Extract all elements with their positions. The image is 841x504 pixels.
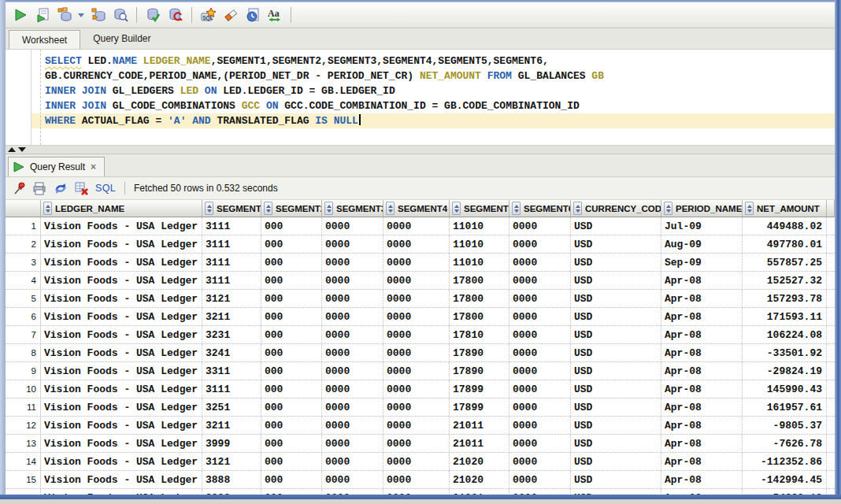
cell[interactable]: 11010 [450, 217, 509, 235]
cell[interactable]: USD [571, 453, 661, 470]
cell[interactable]: Apr-08 [661, 272, 743, 289]
cell[interactable]: 000 [261, 254, 322, 271]
cell[interactable]: 0000 [383, 272, 450, 289]
cell[interactable]: 0000 [383, 417, 450, 434]
cell[interactable]: Apr-08 [661, 326, 743, 343]
column-header-net_amount[interactable]: NET_AMOUNT [743, 200, 827, 217]
column-header-segment1[interactable]: SEGMENT1 [202, 200, 261, 217]
table-row[interactable]: 9Vision Foods - USA Ledger33110000000000… [6, 362, 835, 380]
cell[interactable]: 000 [261, 380, 322, 398]
cell[interactable]: 0000 [322, 308, 383, 325]
cell[interactable]: 0000 [509, 471, 571, 488]
cell[interactable]: Vision Foods - USA Ledger [41, 398, 202, 416]
cell[interactable]: 0000 [383, 489, 450, 495]
cell[interactable]: 145990.43 [743, 380, 827, 398]
cell[interactable]: Vision Foods - USA Ledger [41, 235, 202, 253]
cell[interactable]: 0000 [383, 362, 450, 380]
cell[interactable]: 17800 [450, 290, 509, 307]
cell[interactable]: Apr-08 [661, 308, 743, 325]
cell[interactable]: -9805.37 [743, 417, 827, 434]
cell[interactable]: 17890 [450, 362, 509, 380]
print-icon[interactable] [31, 181, 47, 195]
cell[interactable]: 0000 [322, 344, 383, 361]
cell[interactable]: 0000 [322, 417, 383, 434]
cell[interactable]: 0000 [383, 217, 450, 235]
cell[interactable]: 0000 [383, 254, 450, 271]
cell[interactable]: 0000 [509, 254, 571, 271]
cell[interactable]: 000 [261, 435, 322, 452]
cell[interactable]: 3311 [202, 362, 261, 380]
cell[interactable]: 21020 [450, 471, 509, 488]
cell[interactable]: 0000 [322, 380, 383, 398]
sql-tuning-advisor-button[interactable]: SQL [198, 6, 218, 25]
cell[interactable]: -7626.78 [743, 435, 827, 452]
cell[interactable]: 3251 [202, 398, 261, 416]
splitter-down-icon[interactable] [18, 147, 26, 152]
table-row[interactable]: 7Vision Foods - USA Ledger32310000000000… [6, 326, 835, 344]
cell[interactable]: 21011 [450, 435, 509, 452]
cell[interactable]: 3888 [202, 489, 261, 495]
row-number-cell[interactable]: 13 [6, 435, 41, 452]
explain-plan-button[interactable] [88, 6, 108, 25]
run-script-button[interactable] [32, 6, 52, 25]
cell[interactable]: 161957.61 [743, 398, 827, 416]
cell[interactable]: 000 [261, 398, 322, 416]
cell[interactable]: 0000 [383, 471, 450, 488]
cell[interactable]: Vision Foods - USA Ledger [41, 362, 202, 380]
cell[interactable]: 000 [261, 290, 322, 307]
cell[interactable]: 3121 [202, 453, 261, 470]
tab-worksheet[interactable]: Worksheet [9, 30, 80, 49]
cell[interactable]: 000 [261, 308, 322, 325]
cell[interactable]: 0000 [509, 489, 571, 495]
cell[interactable]: Vision Foods - USA Ledger [41, 217, 202, 235]
cell[interactable]: USD [571, 471, 661, 488]
cell[interactable]: 0000 [509, 272, 571, 289]
cell[interactable]: 0000 [509, 380, 571, 398]
cell[interactable]: 171593.11 [743, 308, 827, 325]
cell[interactable]: 0000 [509, 398, 571, 416]
cell[interactable]: Apr-08 [661, 453, 743, 470]
column-header-ledger_name[interactable]: LEDGER_NAME [41, 200, 202, 217]
cell[interactable]: Vision Foods - USA Ledger [41, 435, 202, 452]
tab-query-result[interactable]: Query Result × [8, 157, 105, 176]
cell[interactable]: 3121 [202, 290, 261, 307]
rollback-button[interactable] [165, 6, 185, 25]
cell[interactable]: 3211 [202, 417, 261, 434]
cell[interactable]: 3211 [202, 308, 261, 325]
cell[interactable]: Vision Foods - USA Ledger [41, 489, 202, 495]
pin-icon[interactable] [12, 181, 26, 195]
cell[interactable]: 000 [261, 417, 322, 434]
cell[interactable]: 106224.08 [743, 326, 827, 343]
table-row[interactable]: 14Vision Foods - USA Ledger3121000000000… [6, 453, 835, 471]
cell[interactable]: Vision Foods - USA Ledger [41, 326, 202, 343]
cell[interactable]: 17899 [450, 398, 509, 416]
cell[interactable]: 0000 [383, 308, 450, 325]
row-number-cell[interactable]: 12 [6, 417, 41, 434]
table-row[interactable]: 15Vision Foods - USA Ledger3888000000000… [6, 471, 835, 489]
cell[interactable]: 0000 [322, 398, 383, 416]
refresh-icon[interactable] [53, 181, 69, 195]
row-number-cell[interactable]: 6 [6, 308, 41, 325]
cell[interactable]: 0000 [383, 326, 450, 343]
cell[interactable]: 0000 [383, 235, 450, 253]
column-header-segment6[interactable]: SEGMENT6 [509, 200, 571, 217]
column-header-currency_code[interactable]: CURRENCY_CODE [571, 200, 661, 217]
cell[interactable]: 0000 [322, 471, 383, 488]
cell[interactable]: 000 [261, 453, 322, 470]
cell[interactable]: 0000 [383, 453, 450, 470]
cell[interactable]: USD [571, 435, 661, 452]
cell[interactable]: 000 [261, 471, 322, 488]
row-number-cell[interactable]: 5 [6, 290, 41, 307]
cell[interactable]: 17890 [450, 344, 509, 361]
cell[interactable]: Apr-08 [661, 489, 743, 495]
cell[interactable]: 157293.78 [743, 290, 827, 307]
row-number-cell[interactable]: 14 [6, 453, 41, 470]
cell[interactable]: 0000 [383, 290, 450, 307]
cell[interactable]: 449488.02 [743, 217, 827, 235]
discard-results-icon[interactable] [74, 181, 90, 195]
table-row[interactable]: 5Vision Foods - USA Ledger31210000000000… [6, 290, 835, 308]
cell[interactable]: Vision Foods - USA Ledger [41, 308, 202, 325]
table-row[interactable]: 13Vision Foods - USA Ledger3999000000000… [6, 435, 835, 453]
table-row[interactable]: 1Vision Foods - USA Ledger31110000000000… [6, 217, 835, 235]
cell[interactable]: -33501.92 [743, 344, 827, 361]
